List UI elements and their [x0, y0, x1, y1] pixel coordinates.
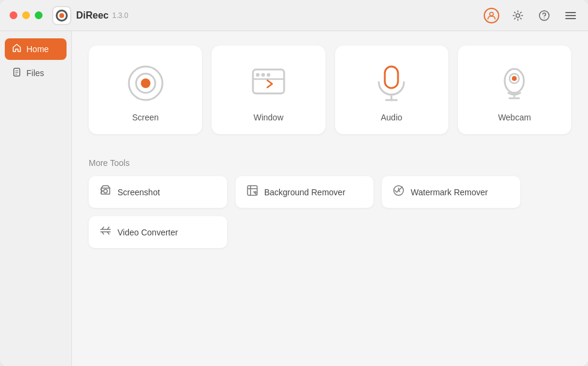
- app-window: DiReec 1.3.0: [0, 0, 588, 366]
- traffic-lights: [10, 11, 43, 19]
- tools-grid: Screenshot Background Remover: [89, 176, 520, 248]
- files-label: Files: [26, 68, 44, 78]
- audio-label: Audio: [381, 113, 402, 122]
- video-converter-button[interactable]: Video Converter: [89, 216, 227, 248]
- svg-point-24: [104, 189, 107, 193]
- background-remover-button[interactable]: Background Remover: [236, 176, 374, 208]
- maximize-button[interactable]: [35, 11, 43, 19]
- screen-label: Screen: [132, 113, 158, 122]
- screenshot-icon: [99, 184, 111, 199]
- screenshot-label: Screenshot: [117, 187, 160, 197]
- video-converter-label: Video Converter: [117, 228, 178, 237]
- app-name: DiReec: [76, 10, 108, 21]
- sidebar-item-files[interactable]: Files: [5, 62, 67, 84]
- recording-cards: Screen Window: [89, 46, 571, 134]
- more-tools-section: More Tools Scre: [89, 158, 571, 248]
- webcam-card[interactable]: Webcam: [458, 46, 571, 134]
- titlebar-actions: [484, 8, 578, 23]
- video-converter-icon: [99, 225, 111, 240]
- help-icon[interactable]: [536, 8, 552, 23]
- watermark-remover-icon: [393, 184, 405, 199]
- window-label: Window: [254, 113, 284, 122]
- audio-card[interactable]: Audio: [335, 46, 448, 134]
- screen-card-icon: [125, 62, 167, 104]
- svg-point-14: [267, 73, 270, 77]
- svg-point-12: [256, 73, 260, 77]
- svg-point-10: [141, 78, 150, 88]
- watermark-remover-label: Watermark Remover: [411, 187, 488, 197]
- account-icon[interactable]: [484, 8, 499, 23]
- home-icon: [12, 43, 22, 55]
- app-logo: [52, 6, 71, 25]
- webcam-card-icon: [493, 62, 535, 104]
- screen-card[interactable]: Screen: [89, 46, 202, 134]
- logo-ring: [56, 10, 68, 22]
- background-remover-icon: [246, 184, 258, 199]
- main-layout: Home Files: [0, 31, 588, 366]
- svg-point-3: [544, 17, 545, 19]
- sidebar-item-home[interactable]: Home: [5, 38, 67, 60]
- background-remover-label: Background Remover: [264, 187, 345, 197]
- more-tools-title: More Tools: [89, 158, 571, 168]
- content-area: Screen Window: [72, 31, 588, 366]
- svg-point-1: [516, 14, 520, 17]
- audio-card-icon: [370, 62, 412, 104]
- settings-icon[interactable]: [510, 8, 526, 23]
- logo-dot: [59, 13, 64, 18]
- app-version: 1.3.0: [112, 11, 128, 20]
- webcam-label: Webcam: [498, 113, 531, 122]
- window-card[interactable]: Window: [212, 46, 325, 134]
- watermark-remover-button[interactable]: Watermark Remover: [382, 176, 520, 208]
- home-label: Home: [26, 44, 49, 54]
- close-button[interactable]: [10, 11, 17, 19]
- titlebar: DiReec 1.3.0: [0, 0, 588, 31]
- window-card-icon: [248, 62, 290, 104]
- sidebar: Home Files: [0, 31, 72, 366]
- svg-point-21: [512, 76, 517, 81]
- minimize-button[interactable]: [22, 11, 30, 19]
- menu-icon[interactable]: [563, 8, 578, 23]
- svg-rect-16: [385, 66, 398, 88]
- svg-point-0: [490, 12, 493, 16]
- screenshot-button[interactable]: Screenshot: [89, 176, 227, 208]
- files-icon: [12, 67, 22, 79]
- svg-point-13: [261, 73, 265, 77]
